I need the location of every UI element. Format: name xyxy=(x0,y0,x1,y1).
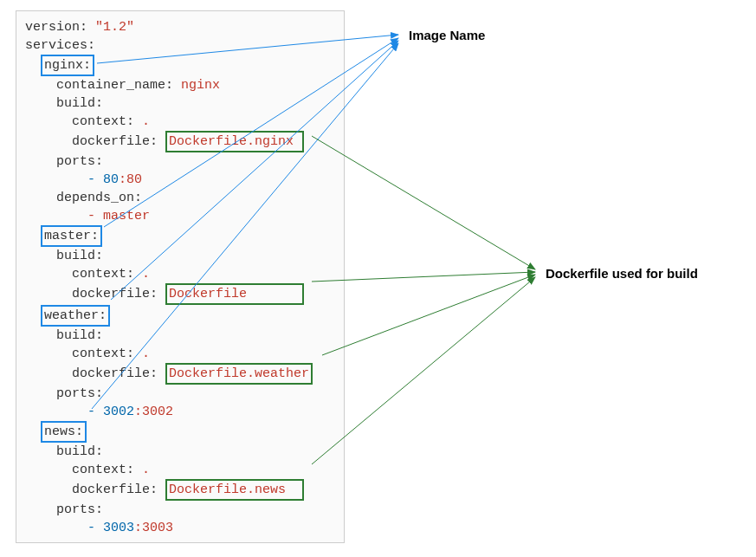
line-weather-build: build: xyxy=(25,327,335,345)
line-master-ctx: context: . xyxy=(25,265,335,283)
line-master-name: master: xyxy=(25,225,335,247)
svg-line-5 xyxy=(312,272,535,282)
line-weather-df: dockerfile: Dockerfile.weather xyxy=(25,363,335,385)
line-weather-ports: ports: xyxy=(25,385,335,403)
line-news-build: build: xyxy=(25,443,335,461)
line-services: services: xyxy=(25,36,335,55)
line-weather-ctx: context: . xyxy=(25,345,335,363)
line-weather-port0: - 3002:3002 xyxy=(25,403,335,421)
line-nginx-ctx: context: . xyxy=(25,113,335,131)
image-name-nginx: nginx: xyxy=(41,55,94,76)
label-image-name: Image Name xyxy=(409,28,485,42)
dockerfile-weather: Dockerfile.weather xyxy=(165,363,313,385)
line-news-ctx: context: . xyxy=(25,461,335,479)
line-nginx-df: dockerfile: Dockerfile.nginx xyxy=(25,131,335,152)
svg-line-4 xyxy=(312,136,535,269)
line-weather-name: weather: xyxy=(25,305,335,327)
image-name-news: news: xyxy=(41,421,87,443)
line-nginx-dep0: - master xyxy=(25,207,335,225)
svg-line-7 xyxy=(312,277,535,464)
dockerfile-news: Dockerfile.news xyxy=(165,479,304,501)
line-news-df: dockerfile: Dockerfile.news xyxy=(25,479,335,501)
line-nginx-dep: depends_on: xyxy=(25,189,335,207)
line-version: version: "1.2" xyxy=(25,18,335,36)
line-news-name: news: xyxy=(25,421,335,443)
dockerfile-nginx: Dockerfile.nginx xyxy=(165,131,304,152)
line-nginx-build: build: xyxy=(25,94,335,113)
line-master-df: dockerfile: Dockerfile xyxy=(25,283,335,305)
image-name-weather: weather: xyxy=(41,305,110,327)
line-nginx-cn: container_name: nginx xyxy=(25,76,335,94)
svg-line-6 xyxy=(322,275,535,355)
line-nginx-ports: ports: xyxy=(25,152,335,171)
image-name-master: master: xyxy=(41,225,102,247)
line-news-port0: - 3003:3003 xyxy=(25,519,335,537)
line-news-ports: ports: xyxy=(25,501,335,519)
dockerfile-master: Dockerfile xyxy=(165,283,304,305)
yaml-code-box: version: "1.2" services: nginx: containe… xyxy=(16,10,345,543)
line-nginx-port0: - 80:80 xyxy=(25,171,335,189)
line-nginx-name: nginx: xyxy=(25,55,335,76)
label-dockerfile-used: Dockerfile used for build xyxy=(546,266,698,281)
line-master-build: build: xyxy=(25,247,335,265)
